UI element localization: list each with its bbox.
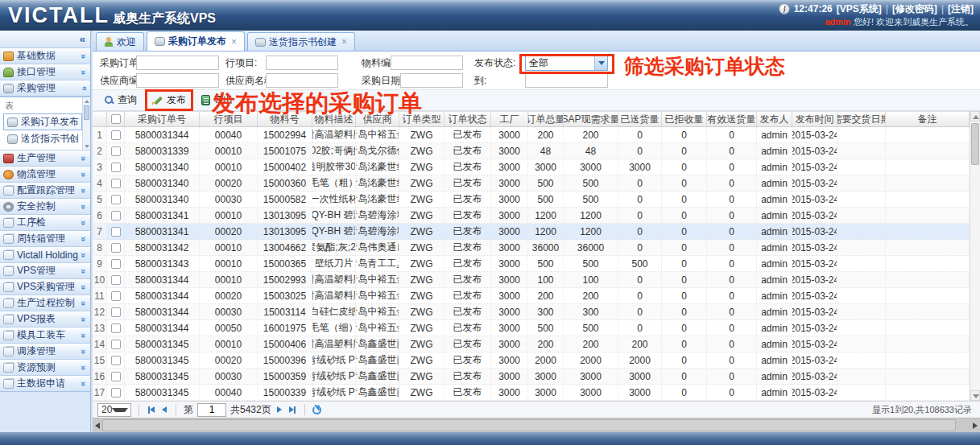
column-header[interactable]: 发布时间 xyxy=(792,112,837,126)
sidebar-collapse-button[interactable]: « xyxy=(0,31,90,48)
column-header[interactable]: 物料描述 xyxy=(312,112,356,126)
row-checkbox[interactable] xyxy=(111,356,121,365)
column-header[interactable]: 订单类型 xyxy=(399,112,445,126)
close-icon[interactable]: × xyxy=(231,36,237,47)
export-button[interactable]: 导出 xyxy=(196,92,238,109)
table-row[interactable]: 1558000313450002015000396青绒砂纸 P1青岛鑫盛世商ZW… xyxy=(93,352,970,369)
publish-status-select[interactable]: 全部 xyxy=(525,56,608,71)
link-logout[interactable]: [注销] xyxy=(948,3,974,15)
sidebar-item[interactable]: VPS采购管理» xyxy=(0,278,90,295)
scroll-up-arrow[interactable] xyxy=(85,100,89,103)
tab-item[interactable]: 送货指示书创建× xyxy=(247,32,355,51)
scroll-up-arrow[interactable] xyxy=(970,111,980,122)
page-number-input[interactable] xyxy=(197,403,226,417)
filter-input[interactable] xyxy=(266,56,338,70)
sidebar-item[interactable]: 生产管理» xyxy=(0,150,90,167)
table-row[interactable]: 358000313400001015000402透明胶带30n青岛洺豪世纪ZWG… xyxy=(93,159,970,175)
refresh-icon[interactable] xyxy=(312,406,321,414)
column-header[interactable]: SAP现需求量 xyxy=(564,112,618,126)
filter-input[interactable] xyxy=(391,56,463,70)
filter-input[interactable] xyxy=(266,73,338,88)
column-header[interactable]: 需要交货日期 xyxy=(837,112,886,126)
sidebar-item[interactable]: 安全控制» xyxy=(0,198,90,215)
sidebar-item[interactable]: 生产过程控制» xyxy=(0,295,90,311)
publish-button[interactable]: 发布 xyxy=(147,92,191,109)
filter-input[interactable] xyxy=(525,73,608,88)
row-checkbox[interactable] xyxy=(111,163,121,172)
submenu-scrollbar[interactable] xyxy=(82,97,90,150)
page-size-select[interactable]: 20 xyxy=(97,403,131,417)
sidebar-item[interactable]: 调漆管理» xyxy=(0,343,90,360)
close-icon[interactable]: × xyxy=(341,36,347,47)
select-trigger-button[interactable] xyxy=(594,56,607,70)
sidebar-item[interactable]: Victall Holding» xyxy=(0,246,90,263)
sidebar-item[interactable]: VPS报表» xyxy=(0,311,90,328)
sidebar-item[interactable]: 采购管理» xyxy=(0,80,90,97)
column-header[interactable]: 有效送货量 xyxy=(707,112,757,126)
table-row[interactable]: 658000313410001013013095XQY-BH 碧海青岛碧海涂料Z… xyxy=(93,208,970,224)
sidebar-item[interactable]: 资源预测» xyxy=(0,359,90,376)
tab-active[interactable]: 采购订单发布× xyxy=(147,31,245,51)
row-checkbox[interactable] xyxy=(111,243,121,253)
row-checkbox[interactable] xyxy=(111,323,121,333)
sidebar-item[interactable]: 工序检» xyxy=(0,214,90,231)
sidebar-submenu-item[interactable]: 送货指示书创 xyxy=(3,130,82,147)
column-header[interactable]: 采购订单号 xyxy=(125,112,200,126)
row-checkbox[interactable] xyxy=(111,227,121,237)
table-row[interactable]: 1258000313440003015003114白硅仁皮纸青岛中裕五金ZWG已… xyxy=(93,304,970,320)
sidebar-submenu-item[interactable]: 采购订单发布 xyxy=(3,113,82,130)
filter-input[interactable] xyxy=(136,56,219,70)
row-checkbox[interactable] xyxy=(111,388,121,398)
tab-item[interactable]: 欢迎 xyxy=(96,32,144,51)
sidebar-item[interactable]: 基础数据» xyxy=(0,47,90,64)
table-row[interactable]: 1658000313450003015000359青绒砂纸 P3青岛鑫盛世商ZW… xyxy=(93,369,970,385)
link-vps-system[interactable]: [VPS系统] xyxy=(837,3,882,15)
table-row[interactable]: 258000313390001015001075302胶;哥俩好青岛戈尔德保ZW… xyxy=(93,143,970,159)
table-row[interactable]: 758000313410002013013095XQY-BH 碧海青岛碧海涂料Z… xyxy=(93,224,970,240)
link-change-password[interactable]: [修改密码] xyxy=(892,3,937,15)
column-header[interactable]: 已拒收量 xyxy=(662,112,707,126)
first-page-button[interactable] xyxy=(147,405,156,415)
row-checkbox[interactable] xyxy=(111,179,121,188)
row-checkbox[interactable] xyxy=(111,275,121,285)
column-header[interactable]: 供应商 xyxy=(356,112,399,126)
row-checkbox[interactable] xyxy=(111,291,121,301)
row-checkbox[interactable] xyxy=(111,130,121,140)
sidebar-item[interactable]: 物流管理» xyxy=(0,166,90,183)
vertical-scroll-thumb[interactable] xyxy=(971,123,979,165)
column-header[interactable]: 工厂 xyxy=(491,112,528,126)
column-header[interactable]: 订单状态 xyxy=(445,112,491,126)
row-checkbox[interactable] xyxy=(111,146,121,156)
last-page-button[interactable] xyxy=(287,405,297,415)
scroll-down-arrow[interactable] xyxy=(85,145,89,148)
table-row[interactable]: 858000313420001013004662聚氨酯;灰;22青岛伟奥通自ZW… xyxy=(93,240,970,256)
scroll-left-arrow[interactable] xyxy=(95,422,100,429)
column-header[interactable]: 行项目 xyxy=(200,112,258,126)
column-header[interactable]: 物料号 xyxy=(258,112,312,126)
table-row[interactable]: 1358000313440005016001975毛笔（细）青岛中裕五金ZWG已… xyxy=(93,320,970,336)
table-row[interactable]: 458000313400002015000360毛笔（粗）青岛洺豪世纪ZWG已发… xyxy=(93,175,970,192)
column-header[interactable]: 已送货量 xyxy=(618,112,662,126)
sidebar-item[interactable]: 模具工装车» xyxy=(0,327,90,344)
sidebar-item[interactable]: 接口管理» xyxy=(0,64,90,80)
scroll-right-arrow[interactable] xyxy=(973,422,978,429)
column-header[interactable]: 备注 xyxy=(886,112,970,126)
filter-input[interactable] xyxy=(136,73,219,88)
column-header[interactable]: 发布人 xyxy=(757,112,792,126)
sidebar-item[interactable]: 配置跟踪管理» xyxy=(0,182,90,199)
table-row[interactable]: 1458000313450001015000406耐高温塑料胶青岛鑫盛世商ZWG… xyxy=(93,336,970,352)
table-row[interactable]: 1058000313440001015002993耐高温塑料胶青岛中裕五金ZWG… xyxy=(93,272,970,288)
select-all-checkbox[interactable] xyxy=(111,114,121,124)
prev-page-button[interactable] xyxy=(160,405,168,414)
row-checkbox[interactable] xyxy=(111,340,121,349)
row-checkbox[interactable] xyxy=(111,372,121,381)
horizontal-scrollbar[interactable] xyxy=(93,418,980,432)
horizontal-scroll-thumb[interactable] xyxy=(102,419,956,431)
row-checkbox[interactable] xyxy=(111,195,121,204)
row-checkbox[interactable] xyxy=(111,211,121,220)
sidebar-item[interactable]: 周转箱管理» xyxy=(0,230,90,247)
next-page-button[interactable] xyxy=(275,405,283,414)
row-checkbox[interactable] xyxy=(111,307,121,317)
table-row[interactable]: 958000313430001015000365壁纸刀片青岛青工工具ZWG已发布… xyxy=(93,256,970,272)
scroll-down-arrow[interactable] xyxy=(970,390,980,401)
